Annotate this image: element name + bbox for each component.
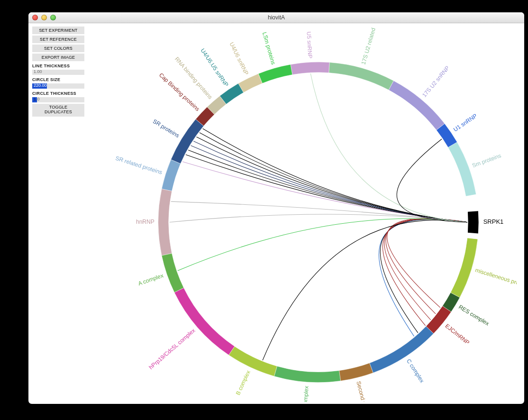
set-experiment-button[interactable]: SET EXPERIMENT bbox=[32, 27, 84, 34]
ring-segment bbox=[339, 363, 373, 381]
segment-label: 17S U2 snRNP bbox=[421, 64, 451, 98]
chord bbox=[382, 219, 467, 326]
window-title: hiovitA bbox=[28, 14, 524, 21]
line-thickness-slider[interactable]: 1.00 bbox=[32, 70, 84, 75]
segment-label: EJC/mRNP bbox=[444, 322, 471, 346]
chord bbox=[380, 219, 467, 333]
ring-segment bbox=[162, 254, 184, 292]
window-controls bbox=[32, 15, 56, 20]
segment-label: B complex bbox=[235, 369, 252, 396]
segment-label: U5 snRNP bbox=[305, 31, 313, 58]
segment-label: U4/U6.U5 snRNP bbox=[200, 47, 230, 88]
segment-label: Second step factors bbox=[355, 381, 373, 402]
segment-label: hnRNP bbox=[136, 219, 155, 225]
ring-segment bbox=[467, 233, 478, 239]
ring-segment bbox=[329, 63, 394, 90]
ring-segment bbox=[274, 366, 341, 383]
ring-segment bbox=[451, 238, 478, 298]
ring-segment bbox=[162, 160, 181, 191]
segment-label: A complex bbox=[137, 272, 164, 287]
ring-segment bbox=[370, 326, 434, 373]
set-colors-button[interactable]: SET COLORS bbox=[32, 45, 84, 52]
chord bbox=[182, 162, 467, 222]
minimize-icon[interactable] bbox=[41, 15, 47, 20]
ring-segment bbox=[258, 64, 292, 83]
sidebar: SET EXPERIMENT SET REFERENCE SET COLORS … bbox=[32, 27, 84, 117]
segment-label: miscelleneous proteins bbox=[474, 266, 517, 290]
segment-label: 17S U2 related bbox=[360, 27, 377, 65]
segment-label: SR related proteins bbox=[115, 155, 163, 175]
chord bbox=[178, 219, 467, 271]
app-window: hiovitA SET EXPERIMENT SET REFERENCE SET… bbox=[28, 12, 524, 404]
chord bbox=[263, 220, 467, 360]
segment-label: LSm proteins bbox=[261, 31, 277, 65]
export-image-button[interactable]: EXPORT IMAGE bbox=[32, 54, 84, 61]
titlebar: hiovitA bbox=[28, 12, 524, 23]
circle-thickness-label: CIRCLE THICKNESS bbox=[32, 90, 84, 96]
segment-label: U4/U6 snRNP bbox=[228, 41, 250, 76]
segment-label: RES complex bbox=[457, 303, 491, 327]
segment-label: Sm proteins bbox=[471, 152, 502, 169]
ring-segment bbox=[291, 62, 329, 75]
segment-label: hPrp19/Cdc5L complex bbox=[148, 327, 197, 371]
ring-segment bbox=[171, 119, 204, 164]
segment-label: C complex bbox=[405, 358, 426, 384]
ring-segment bbox=[389, 81, 445, 130]
ring-segment bbox=[466, 194, 478, 212]
circle-size-slider[interactable]: 220.00 bbox=[32, 83, 84, 89]
segment-label: U1 snRNP bbox=[452, 112, 478, 133]
chord bbox=[186, 155, 467, 222]
segment-label: SR proteins bbox=[152, 118, 181, 139]
circle-size-label: CIRCLE SIZE bbox=[32, 76, 84, 82]
ring-segment bbox=[229, 347, 277, 376]
hub-label: SRPK1 bbox=[483, 218, 504, 225]
toggle-duplicates-button[interactable]: TOGGLE DUPLICATES bbox=[32, 104, 84, 117]
circle-thickness-slider[interactable]: 1.0 bbox=[32, 97, 84, 102]
chord bbox=[188, 150, 467, 222]
chord bbox=[196, 137, 467, 222]
chord bbox=[200, 133, 467, 222]
chord bbox=[191, 146, 467, 222]
chord bbox=[193, 141, 467, 222]
close-icon[interactable] bbox=[32, 15, 38, 20]
segment-label: Bact complex bbox=[301, 385, 310, 402]
zoom-icon[interactable] bbox=[50, 15, 56, 20]
ring-segment bbox=[174, 288, 235, 355]
hub-arc bbox=[468, 211, 479, 233]
line-thickness-label: LINE THICKNESS bbox=[32, 63, 84, 68]
chord-diagram: Sm proteinsU1 snRNP17S U2 snRNP17S U2 re… bbox=[95, 27, 519, 399]
set-reference-button[interactable]: SET REFERENCE bbox=[32, 36, 84, 43]
ring-segment bbox=[448, 142, 476, 196]
chord bbox=[310, 73, 467, 222]
